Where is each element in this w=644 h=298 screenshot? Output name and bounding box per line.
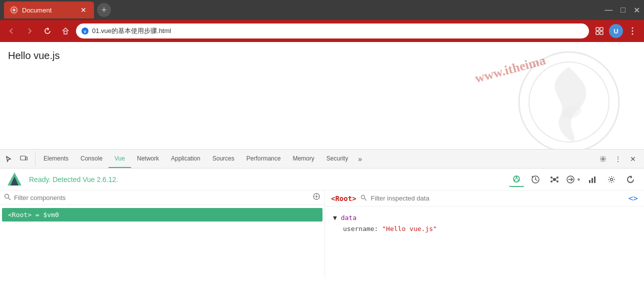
data-section-line: ▼ data xyxy=(333,212,636,224)
svg-point-11 xyxy=(632,34,634,35)
extensions-button[interactable] xyxy=(592,24,607,38)
root-tag-label: <Root> xyxy=(331,194,356,202)
svg-line-24 xyxy=(514,178,516,180)
svg-rect-15 xyxy=(20,156,26,160)
devtools-tabbar: Elements Console Vue Network Application… xyxy=(0,150,644,168)
tab-vue[interactable]: Vue xyxy=(108,150,131,168)
tab-elements[interactable]: Elements xyxy=(38,150,74,168)
home-button[interactable] xyxy=(58,24,73,38)
devtools-main: document.querySelector('[data-name="filt… xyxy=(0,190,644,278)
tab-close-button[interactable]: ✕ xyxy=(79,6,88,14)
back-button[interactable] xyxy=(4,24,19,38)
devtools-dock-icons xyxy=(2,152,36,166)
svg-point-13 xyxy=(529,62,609,142)
vue-refresh-button[interactable] xyxy=(623,172,638,187)
svg-point-40 xyxy=(610,178,613,180)
vue-devtools-bar: Ready. Detected Vue 2.6.12. xyxy=(0,168,644,190)
maximize-button[interactable]: □ xyxy=(620,6,626,14)
vue-toolbar-icons xyxy=(509,172,638,187)
performance-button[interactable] xyxy=(585,172,600,187)
tab-security[interactable]: Security xyxy=(320,150,354,168)
data-prop-value: "Hello vue.js" xyxy=(382,225,437,232)
search-icon xyxy=(4,194,11,202)
component-tree-panel: document.querySelector('[data-name="filt… xyxy=(0,190,325,278)
address-text: 01.vue的基本使用步骤.html xyxy=(92,26,584,36)
svg-rect-2 xyxy=(64,31,67,34)
active-tab[interactable]: Document ✕ xyxy=(4,2,94,18)
menu-button[interactable] xyxy=(625,24,640,38)
data-prop-indent: username: xyxy=(343,225,378,232)
vuex-button[interactable] xyxy=(547,172,562,187)
svg-rect-16 xyxy=(26,157,28,160)
svg-rect-6 xyxy=(600,28,603,30)
tab-memory[interactable]: Memory xyxy=(286,150,320,168)
svg-text:v: v xyxy=(84,29,86,34)
svg-point-14 xyxy=(560,104,583,120)
minimize-button[interactable]: — xyxy=(604,6,612,14)
page-content: Hello vue.js www.itheima xyxy=(0,42,644,149)
svg-rect-5 xyxy=(596,28,599,30)
component-refresh-icon[interactable] xyxy=(312,192,320,202)
svg-point-17 xyxy=(602,158,604,160)
root-component-item[interactable]: <Root> = $vm0 xyxy=(2,208,322,222)
svg-point-44 xyxy=(316,196,318,198)
devtools-more-button[interactable]: ⋮ xyxy=(611,152,625,166)
svg-point-49 xyxy=(361,195,364,198)
svg-rect-7 xyxy=(596,32,599,34)
tab-application[interactable]: Application xyxy=(165,150,206,168)
svg-line-42 xyxy=(8,198,11,200)
devtools-right-icons: ⋮ ✕ xyxy=(596,152,642,166)
reload-button[interactable] xyxy=(40,24,55,38)
tab-console[interactable]: Console xyxy=(74,150,108,168)
titlebar: Document ✕ + — □ ✕ xyxy=(0,0,644,20)
tab-performance[interactable]: Performance xyxy=(240,150,287,168)
devtools-settings-button[interactable] xyxy=(596,152,610,166)
component-list: <Root> = $vm0 xyxy=(0,205,324,278)
svg-point-12 xyxy=(519,52,619,149)
select-element-button[interactable] xyxy=(2,152,16,166)
window-controls: — □ ✕ xyxy=(604,6,640,15)
inspect-code-button[interactable]: <> xyxy=(628,194,638,203)
devtools-close-button[interactable]: ✕ xyxy=(626,152,640,166)
close-window-button[interactable]: ✕ xyxy=(634,6,640,15)
svg-rect-39 xyxy=(594,176,596,183)
svg-line-50 xyxy=(364,198,366,200)
history-button[interactable] xyxy=(528,172,543,187)
data-arrow: ▼ xyxy=(333,214,341,222)
tab-network[interactable]: Network xyxy=(131,150,165,168)
vue-settings-button[interactable] xyxy=(604,172,619,187)
svg-rect-38 xyxy=(592,178,593,183)
svg-line-25 xyxy=(516,178,518,180)
toolbar-right: U xyxy=(592,24,640,38)
vue-status-text: Ready. Detected Vue 2.6.12. xyxy=(29,176,503,184)
device-toolbar-button[interactable] xyxy=(17,152,31,166)
svg-point-9 xyxy=(632,28,634,29)
data-inspector-content: ▼ data username: "Hello vue.js" xyxy=(325,206,644,240)
page-heading: Hello vue.js xyxy=(8,50,636,62)
data-prop-line: username: "Hello vue.js" xyxy=(333,224,636,234)
svg-point-21 xyxy=(516,176,518,178)
devtools-tabs: Elements Console Vue Network Application… xyxy=(38,150,596,168)
inspector-header: <Root> document.querySelector('[data-nam… xyxy=(325,190,644,206)
new-tab-button[interactable]: + xyxy=(97,3,111,17)
component-tree-button[interactable] xyxy=(509,172,524,187)
tab-sources[interactable]: Sources xyxy=(206,150,240,168)
svg-point-22 xyxy=(514,180,516,181)
svg-rect-37 xyxy=(589,180,590,183)
address-favicon: v xyxy=(81,27,89,35)
browser-toolbar: v 01.vue的基本使用步骤.html U xyxy=(0,20,644,42)
profile-button[interactable]: U xyxy=(609,24,623,38)
data-section-key: data xyxy=(341,214,356,222)
forward-button[interactable] xyxy=(22,24,37,38)
address-bar[interactable]: v 01.vue的基本使用步骤.html xyxy=(76,24,589,38)
svg-point-10 xyxy=(632,30,634,32)
svg-point-23 xyxy=(518,180,520,181)
tab-favicon xyxy=(10,6,18,14)
svg-rect-8 xyxy=(600,32,603,34)
router-button[interactable] xyxy=(566,172,581,187)
data-inspector-panel: <Root> document.querySelector('[data-nam… xyxy=(325,190,644,278)
filter-bar: document.querySelector('[data-name="filt… xyxy=(0,190,324,205)
filter-components-input[interactable] xyxy=(14,194,310,202)
more-tabs-button[interactable]: » xyxy=(354,150,366,168)
filter-inspected-input[interactable] xyxy=(371,194,624,202)
